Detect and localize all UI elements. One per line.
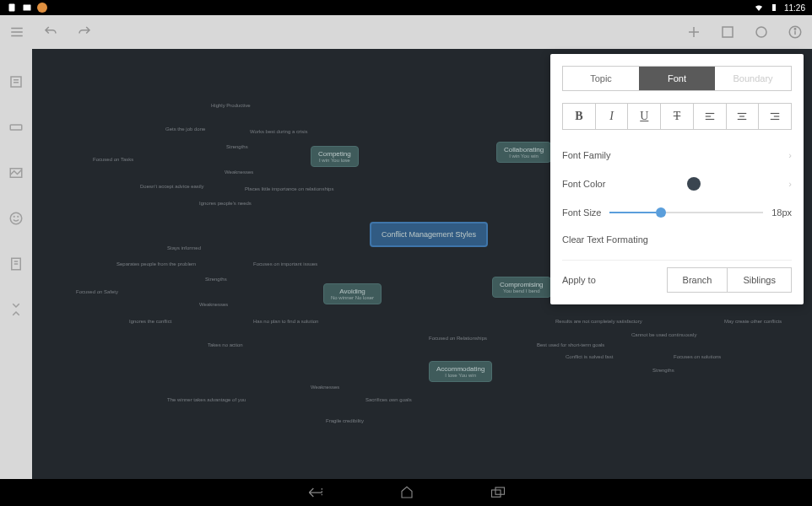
font-size-slider[interactable] bbox=[609, 212, 763, 213]
back-button[interactable] bbox=[306, 487, 323, 498]
android-navbar bbox=[0, 479, 812, 506]
notification-icon bbox=[7, 3, 17, 13]
align-right-button[interactable] bbox=[759, 104, 791, 129]
menu-icon[interactable] bbox=[8, 24, 25, 40]
undo-icon[interactable] bbox=[42, 24, 59, 40]
left-sidebar bbox=[0, 49, 32, 479]
svg-rect-8 bbox=[723, 27, 733, 37]
font-panel: Topic Font Boundary B I U T Font Family … bbox=[550, 54, 804, 304]
theme-icon[interactable] bbox=[753, 24, 770, 40]
svg-point-20 bbox=[18, 216, 19, 217]
tab-topic[interactable]: Topic bbox=[563, 67, 639, 90]
android-status-bar: 11:26 bbox=[0, 0, 812, 15]
apply-to-label: Apply to bbox=[562, 275, 596, 285]
chevron-right-icon: › bbox=[788, 179, 792, 189]
svg-rect-2 bbox=[772, 4, 776, 11]
svg-point-19 bbox=[14, 216, 14, 217]
add-icon[interactable] bbox=[685, 24, 702, 40]
notes-icon[interactable] bbox=[8, 256, 24, 272]
font-family-label: Font Family bbox=[562, 150, 610, 160]
strikethrough-button[interactable]: T bbox=[661, 104, 694, 129]
redo-icon[interactable] bbox=[76, 24, 93, 40]
clock: 11:26 bbox=[784, 3, 805, 13]
svg-point-9 bbox=[756, 27, 766, 37]
font-size-value: 18px bbox=[771, 207, 792, 218]
image-attach-icon[interactable] bbox=[8, 165, 24, 180]
emoji-icon[interactable] bbox=[8, 211, 24, 226]
home-button[interactable] bbox=[399, 485, 414, 500]
label-icon[interactable] bbox=[8, 120, 24, 135]
font-size-label: Font Size bbox=[562, 207, 601, 218]
svg-rect-1 bbox=[24, 5, 31, 11]
collapse-icon[interactable] bbox=[8, 302, 24, 317]
outline-icon[interactable] bbox=[8, 74, 24, 89]
tab-boundary: Boundary bbox=[715, 67, 791, 90]
tab-font[interactable]: Font bbox=[639, 67, 715, 90]
svg-rect-33 bbox=[492, 490, 501, 497]
new-sheet-icon[interactable] bbox=[719, 24, 736, 40]
align-center-button[interactable] bbox=[727, 104, 760, 129]
clear-format-row[interactable]: Clear Text Formating bbox=[562, 226, 792, 253]
format-button-row: B I U T bbox=[562, 103, 792, 130]
wifi-icon bbox=[754, 3, 764, 13]
app-toolbar bbox=[0, 15, 812, 49]
svg-point-12 bbox=[794, 29, 796, 30]
svg-rect-0 bbox=[9, 4, 15, 12]
info-icon[interactable] bbox=[787, 24, 804, 40]
chevron-right-icon: › bbox=[788, 150, 792, 160]
panel-tabs: Topic Font Boundary bbox=[562, 66, 792, 91]
bold-button[interactable]: B bbox=[563, 104, 596, 129]
italic-button[interactable]: I bbox=[596, 104, 629, 129]
align-left-button[interactable] bbox=[694, 104, 727, 129]
font-size-row: Font Size 18px bbox=[562, 199, 792, 226]
apply-branch-button[interactable]: Branch bbox=[668, 268, 728, 292]
svg-rect-16 bbox=[10, 125, 22, 130]
font-family-row[interactable]: Font Family › bbox=[562, 142, 792, 169]
font-color-swatch bbox=[687, 177, 701, 191]
apply-to-row: Apply to Branch Siblings bbox=[562, 267, 792, 293]
app-badge-icon bbox=[37, 3, 47, 13]
clear-format-label: Clear Text Formating bbox=[562, 234, 648, 245]
apply-siblings-button[interactable]: Siblings bbox=[728, 268, 791, 292]
image-icon bbox=[22, 3, 32, 13]
font-color-label: Font Color bbox=[562, 179, 605, 189]
battery-icon bbox=[769, 3, 779, 13]
underline-button[interactable]: U bbox=[628, 104, 661, 129]
recent-apps-button[interactable] bbox=[490, 487, 506, 498]
panel-divider bbox=[562, 260, 792, 261]
svg-point-18 bbox=[10, 213, 22, 224]
font-color-row[interactable]: Font Color › bbox=[562, 169, 792, 199]
svg-rect-34 bbox=[495, 487, 505, 494]
